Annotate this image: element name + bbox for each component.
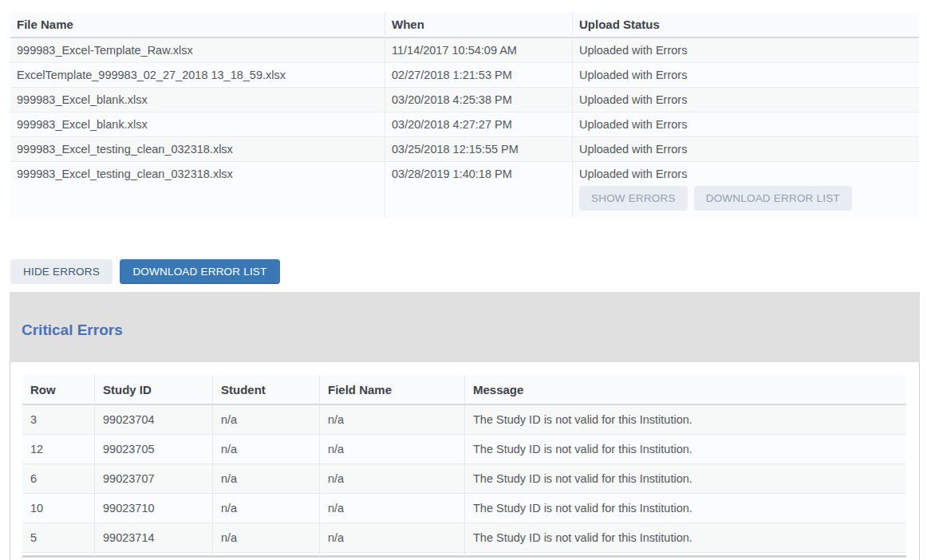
upload-table-row: ExcelTemplate_999983_02_27_2018 13_18_59… [10,63,919,88]
study-id-cell: 99023707 [94,464,212,494]
column-header-file-name: File Name [10,12,385,38]
file-name-cell: 999983_Excel_testing_clean_032318.xlsx [10,137,385,162]
upload-status-text: Uploaded with Errors [579,44,913,57]
upload-table-row: 999983_Excel_testing_clean_032318.xlsx03… [10,137,919,162]
error-table-header: Row Study ID Student Field Name Message [22,375,906,405]
student-cell: n/a [212,464,319,494]
column-header-when: When [385,12,572,38]
upload-table-body: 999983_Excel-Template_Raw.xlsx11/14/2017… [10,38,919,218]
column-header-row: Row [22,375,94,405]
column-header-student: Student [212,375,319,405]
upload-table-header-row: File Name When Upload Status [10,12,919,38]
column-header-field-name: Field Name [319,375,464,405]
field-name-cell: n/a [319,464,464,494]
column-header-upload-status: Upload Status [572,12,919,38]
row-number-cell: 10 [22,494,94,523]
upload-status-cell: Uploaded with ErrorsSHOW ERRORSDOWNLOAD … [572,162,919,218]
study-id-cell: 99023704 [94,405,212,435]
critical-errors-panel-body: Row Study ID Student Field Name Message … [10,362,920,560]
error-table-row: 599023714n/an/aThe Study ID is not valid… [22,523,906,553]
upload-table-header: File Name When Upload Status [10,12,919,38]
row-number-cell: 6 [22,464,94,494]
student-cell: n/a [212,405,319,435]
study-id-cell: 99023705 [94,435,212,464]
row-number-cell: 5 [22,523,94,553]
message-cell: The Study ID is not valid for this Insti… [464,435,906,464]
error-toolbar: HIDE ERRORS DOWNLOAD ERROR LIST [10,259,927,284]
upload-status-text: Uploaded with Errors [579,168,913,180]
field-name-cell: n/a [319,494,464,523]
error-table-row: 399023704n/an/aThe Study ID is not valid… [22,405,906,435]
when-cell: 03/25/2018 12:15:55 PM [385,137,572,162]
when-cell: 03/20/2018 4:25:38 PM [385,88,572,112]
study-id-cell: 99023714 [94,523,212,553]
upload-status-cell: Uploaded with Errors [572,38,919,63]
message-cell: The Study ID is not valid for this Insti… [464,494,906,523]
row-number-cell: 3 [22,405,94,435]
partial-cell [94,553,212,558]
student-cell: n/a [212,435,319,464]
download-error-list-row-button[interactable]: DOWNLOAD ERROR LIST [694,186,852,211]
error-table-body: 399023704n/an/aThe Study ID is not valid… [22,405,906,558]
message-cell: The Study ID is not valid for this Insti… [464,464,906,494]
error-table-row: 1299023705n/an/aThe Study ID is not vali… [22,435,906,464]
hide-errors-button[interactable]: HIDE ERRORS [10,259,112,284]
when-cell: 02/27/2018 1:21:53 PM [385,63,572,88]
column-header-study-id: Study ID [94,375,212,405]
show-errors-row-button[interactable]: SHOW ERRORS [579,186,688,211]
study-id-cell: 99023710 [94,494,212,523]
student-cell: n/a [212,523,319,553]
upload-table-row: 999983_Excel_blank.xlsx03/20/2018 4:25:3… [10,88,919,112]
when-cell: 03/20/2018 4:27:27 PM [385,112,572,137]
partial-cell [319,553,464,558]
upload-status-cell: Uploaded with Errors [572,137,919,162]
upload-status-text: Uploaded with Errors [579,143,913,156]
error-table-row: 699023707n/an/aThe Study ID is not valid… [22,464,906,494]
message-cell: The Study ID is not valid for this Insti… [464,523,906,553]
student-cell: n/a [212,494,319,523]
critical-errors-panel: Critical Errors Row Study ID Student Fie… [10,292,920,560]
upload-status-cell: Uploaded with Errors [572,88,919,112]
upload-status-text: Uploaded with Errors [579,69,913,81]
when-cell: 11/14/2017 10:54:09 AM [385,38,572,63]
upload-table-row: 999983_Excel_testing_clean_032318.xlsx03… [10,162,919,218]
download-error-list-button[interactable]: DOWNLOAD ERROR LIST [120,259,279,284]
file-name-cell: ExcelTemplate_999983_02_27_2018 13_18_59… [10,63,385,88]
row-actions: SHOW ERRORSDOWNLOAD ERROR LIST [579,186,913,212]
field-name-cell: n/a [319,435,464,464]
error-table-row: 1099023710n/an/aThe Study ID is not vali… [22,494,906,523]
file-name-cell: 999983_Excel_blank.xlsx [10,88,385,112]
row-number-cell: 12 [22,435,94,464]
column-header-message: Message [464,375,906,405]
partial-cell [464,553,906,558]
upload-table-row: 999983_Excel_blank.xlsx03/20/2018 4:27:2… [10,112,919,137]
file-name-cell: 999983_Excel-Template_Raw.xlsx [10,38,385,63]
field-name-cell: n/a [319,523,464,553]
upload-table-row: 999983_Excel-Template_Raw.xlsx11/14/2017… [10,38,919,63]
partial-cell [22,553,94,558]
partial-cell [212,553,319,558]
file-name-cell: 999983_Excel_blank.xlsx [10,112,385,137]
upload-history-table: File Name When Upload Status 999983_Exce… [10,12,919,218]
upload-status-text: Uploaded with Errors [579,93,913,106]
field-name-cell: n/a [319,405,464,435]
error-table-header-row: Row Study ID Student Field Name Message [22,375,906,405]
upload-status-cell: Uploaded with Errors [572,63,919,88]
upload-status-text: Uploaded with Errors [579,118,913,131]
page: File Name When Upload Status 999983_Exce… [0,12,927,560]
error-table-partial-row [22,553,906,558]
critical-errors-table: Row Study ID Student Field Name Message … [22,375,906,558]
file-name-cell: 999983_Excel_testing_clean_032318.xlsx [10,162,385,218]
critical-errors-title: Critical Errors [22,321,908,339]
message-cell: The Study ID is not valid for this Insti… [464,405,906,435]
critical-errors-panel-header: Critical Errors [10,292,920,362]
upload-status-cell: Uploaded with Errors [572,112,919,137]
when-cell: 03/28/2019 1:40:18 PM [385,162,572,218]
